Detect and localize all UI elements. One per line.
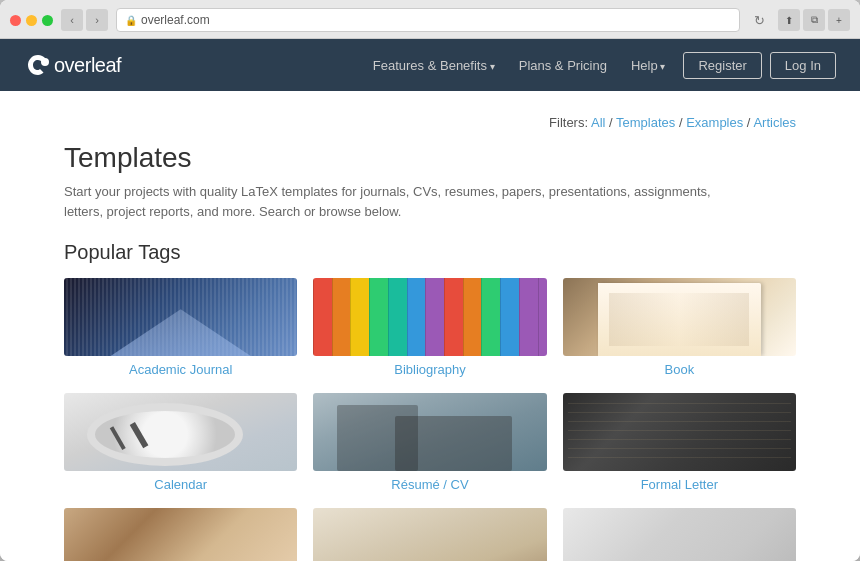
logo-text: overleaf: [54, 54, 121, 77]
tag-label-resume: Résumé / CV: [391, 477, 468, 492]
filters-row: Filters: All / Templates / Examples / Ar…: [64, 115, 796, 130]
maximize-traffic-light[interactable]: [42, 15, 53, 26]
tag-bibliography[interactable]: Bibliography: [313, 278, 546, 377]
tag-image-formal-letter: [563, 393, 796, 471]
site-nav: overleaf Features & Benefits Plans & Pri…: [0, 39, 860, 91]
tag-label-calendar: Calendar: [154, 477, 207, 492]
logo[interactable]: overleaf: [24, 51, 121, 79]
traffic-lights: [10, 15, 53, 26]
filters-label: Filters:: [549, 115, 588, 130]
minimize-traffic-light[interactable]: [26, 15, 37, 26]
forward-button[interactable]: ›: [86, 9, 108, 31]
tag-image-resume: [313, 393, 546, 471]
page-title: Templates: [64, 142, 796, 174]
tag-bottom-left[interactable]: [64, 508, 297, 561]
browser-nav-buttons: ‹ ›: [61, 9, 108, 31]
tag-image-bottom-mid: [313, 508, 546, 561]
tag-bottom-right[interactable]: [563, 508, 796, 561]
tags-grid: Academic Journal Bibliography Book Calen…: [64, 278, 796, 561]
tag-image-academic-journal: [64, 278, 297, 356]
tag-image-calendar: [64, 393, 297, 471]
tag-formal-letter[interactable]: Formal Letter: [563, 393, 796, 492]
filter-examples[interactable]: Examples: [686, 115, 743, 130]
filter-templates[interactable]: Templates: [616, 115, 675, 130]
url-text: overleaf.com: [141, 13, 210, 27]
tag-image-bottom-right: [563, 508, 796, 561]
tag-calendar[interactable]: Calendar: [64, 393, 297, 492]
tag-bottom-mid[interactable]: [313, 508, 546, 561]
tag-label-bibliography: Bibliography: [394, 362, 466, 377]
popular-tags-title: Popular Tags: [64, 241, 796, 264]
page-content: Filters: All / Templates / Examples / Ar…: [0, 91, 860, 561]
browser-actions: ⬆ ⧉ +: [778, 9, 850, 31]
tag-label-formal-letter: Formal Letter: [641, 477, 718, 492]
close-traffic-light[interactable]: [10, 15, 21, 26]
nav-links: Features & Benefits Plans & Pricing Help…: [363, 52, 836, 79]
tag-label-book: Book: [665, 362, 695, 377]
filters-sep1: /: [609, 115, 616, 130]
nav-help[interactable]: Help: [621, 52, 676, 79]
nav-pricing[interactable]: Plans & Pricing: [509, 52, 617, 79]
tag-resume[interactable]: Résumé / CV: [313, 393, 546, 492]
logo-icon: [24, 51, 52, 79]
tag-image-book: [563, 278, 796, 356]
login-button[interactable]: Log In: [770, 52, 836, 79]
filter-all[interactable]: All: [591, 115, 605, 130]
refresh-button[interactable]: ↻: [748, 9, 770, 31]
filter-articles[interactable]: Articles: [753, 115, 796, 130]
browser-chrome: ‹ › 🔒 overleaf.com ↻ ⬆ ⧉ +: [0, 0, 860, 39]
page-description: Start your projects with quality LaTeX t…: [64, 182, 744, 221]
tag-label-academic-journal: Academic Journal: [129, 362, 232, 377]
svg-point-0: [41, 58, 49, 66]
address-bar[interactable]: 🔒 overleaf.com: [116, 8, 740, 32]
lock-icon: 🔒: [125, 15, 137, 26]
tag-image-bottom-left: [64, 508, 297, 561]
register-button[interactable]: Register: [683, 52, 761, 79]
nav-features[interactable]: Features & Benefits: [363, 52, 505, 79]
share-button[interactable]: ⬆: [778, 9, 800, 31]
window-button[interactable]: ⧉: [803, 9, 825, 31]
site-content: overleaf Features & Benefits Plans & Pri…: [0, 39, 860, 561]
tag-academic-journal[interactable]: Academic Journal: [64, 278, 297, 377]
back-button[interactable]: ‹: [61, 9, 83, 31]
new-tab-button[interactable]: +: [828, 9, 850, 31]
browser-window: ‹ › 🔒 overleaf.com ↻ ⬆ ⧉ + overleaf F: [0, 0, 860, 561]
tag-image-bibliography: [313, 278, 546, 356]
tag-book[interactable]: Book: [563, 278, 796, 377]
